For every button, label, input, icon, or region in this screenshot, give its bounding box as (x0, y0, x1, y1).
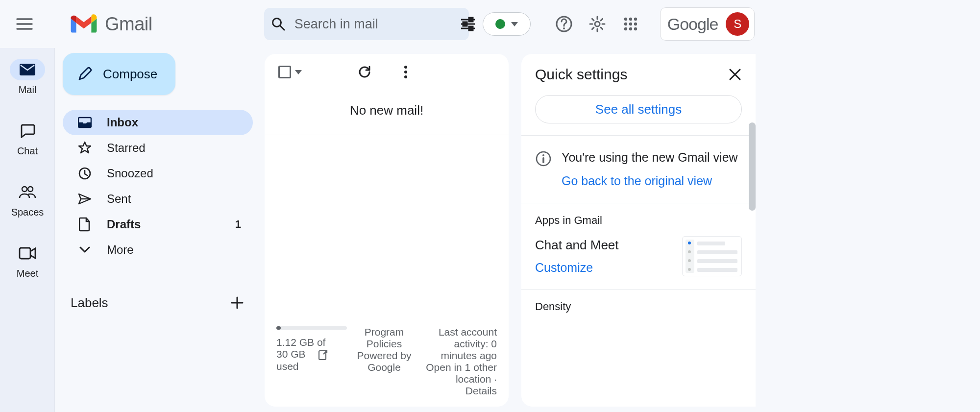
nav-drafts[interactable]: Drafts 1 (63, 212, 253, 237)
folder-list: Inbox Starred Snoozed Sent Drafts 1 More (63, 110, 253, 263)
svg-line-4 (280, 26, 284, 30)
rail-label: Chat (17, 145, 38, 157)
notice-text: You're using the new Gmail view (562, 150, 738, 164)
rail-item-mail[interactable]: Mail (5, 55, 50, 102)
policies-link[interactable]: Program (357, 326, 412, 338)
svg-rect-27 (79, 123, 91, 127)
clock-icon (78, 167, 92, 180)
meet-icon (19, 247, 36, 260)
powered-text: Google (357, 362, 412, 373)
star-icon (78, 141, 92, 155)
svg-rect-26 (20, 248, 30, 259)
tune-icon (460, 17, 476, 31)
mail-toolbar (265, 54, 509, 90)
nav-label: Inbox (107, 116, 138, 129)
select-all-checkbox[interactable] (278, 66, 302, 78)
svg-point-22 (634, 27, 637, 30)
svg-point-20 (624, 27, 627, 30)
chat-icon (20, 123, 35, 138)
refresh-button[interactable] (354, 61, 375, 83)
quick-settings-panel: Quick settings See all settings You're u… (521, 54, 756, 407)
svg-rect-9 (463, 22, 467, 26)
rail-label: Spaces (11, 207, 44, 218)
policies-link[interactable]: Policies (357, 338, 412, 350)
rail-label: Meet (17, 268, 38, 279)
file-icon (79, 217, 91, 232)
nav-snoozed[interactable]: Snoozed (63, 161, 253, 186)
new-view-notice: You're using the new Gmail view Go back … (521, 136, 756, 203)
scrollbar-thumb[interactable] (749, 122, 756, 211)
rail-label: Mail (19, 84, 37, 96)
svg-point-18 (629, 23, 632, 25)
chevron-down-icon (295, 70, 302, 74)
nav-sent[interactable]: Sent (63, 186, 253, 212)
nav-label: Starred (107, 141, 146, 155)
storage-text: used (276, 361, 299, 372)
hamburger-icon (16, 18, 33, 30)
apps-button[interactable] (616, 9, 645, 39)
support-button[interactable] (549, 9, 579, 39)
go-back-link[interactable]: Go back to the original view (562, 172, 738, 191)
plus-icon (231, 296, 244, 309)
status-indicator[interactable] (483, 12, 531, 36)
refresh-icon (358, 65, 371, 79)
account-chip[interactable]: Google S (660, 7, 755, 41)
customize-link[interactable]: Customize (535, 259, 619, 277)
inbox-icon (78, 116, 92, 129)
search-button[interactable] (271, 13, 286, 35)
apps-grid-icon (624, 17, 637, 31)
search-options-button[interactable] (460, 13, 476, 35)
checkbox-icon (278, 66, 291, 78)
search-input[interactable] (286, 17, 460, 32)
brand[interactable]: Gmail (70, 13, 152, 35)
activity-text: minutes ago (418, 350, 497, 362)
nav-inbox[interactable]: Inbox (63, 110, 253, 135)
open-in-new-icon[interactable] (317, 349, 329, 361)
nav-more[interactable]: More (63, 237, 253, 263)
close-icon (729, 68, 741, 81)
rail-item-spaces[interactable]: Spaces (5, 177, 50, 225)
more-actions-button[interactable] (395, 61, 416, 83)
help-icon (555, 15, 573, 33)
apps-section-heading: Apps in Gmail (521, 203, 756, 236)
svg-point-24 (22, 187, 27, 192)
rail-item-meet[interactable]: Meet (5, 239, 50, 286)
nav-label: Sent (107, 192, 131, 206)
activity-block: Last account activity: 0 minutes ago Ope… (418, 326, 497, 397)
activity-text: Last account (418, 326, 497, 338)
storage-block: 1.12 GB of 30 GB used (276, 326, 350, 397)
svg-point-33 (404, 71, 407, 73)
avatar[interactable]: S (726, 12, 749, 36)
close-button[interactable] (724, 64, 746, 85)
mail-icon (19, 63, 36, 76)
nav-starred[interactable]: Starred (63, 135, 253, 161)
labels-heading-row: Labels (63, 292, 253, 314)
activity-text: activity: 0 (418, 338, 497, 350)
mail-footer: 1.12 GB of 30 GB used Program Policies P… (276, 326, 497, 397)
rail-item-chat[interactable]: Chat (5, 116, 50, 164)
nav-label: Snoozed (107, 167, 153, 180)
info-icon (535, 150, 552, 167)
main-menu-button[interactable] (7, 6, 42, 42)
svg-point-12 (563, 27, 565, 29)
storage-bar (276, 326, 347, 330)
qs-title: Quick settings (535, 66, 627, 83)
compose-button[interactable]: Compose (63, 53, 175, 95)
google-logo-text: Google (667, 15, 718, 34)
settings-button[interactable] (583, 9, 612, 39)
powered-text: Powered by (357, 350, 412, 362)
see-all-settings-button[interactable]: See all settings (535, 95, 742, 123)
svg-point-13 (595, 22, 600, 26)
add-label-button[interactable] (226, 292, 248, 314)
svg-point-19 (634, 23, 637, 25)
svg-point-34 (404, 75, 407, 78)
spaces-icon (18, 185, 37, 199)
activity-details-link[interactable]: Details (418, 385, 497, 397)
labels-heading: Labels (71, 295, 108, 311)
layout-thumbnail[interactable] (682, 236, 742, 276)
nav-label: Drafts (107, 218, 141, 231)
nav-label: More (107, 243, 134, 257)
gmail-logo-icon (70, 13, 98, 35)
search-bar[interactable] (264, 8, 469, 40)
send-icon (78, 193, 92, 205)
